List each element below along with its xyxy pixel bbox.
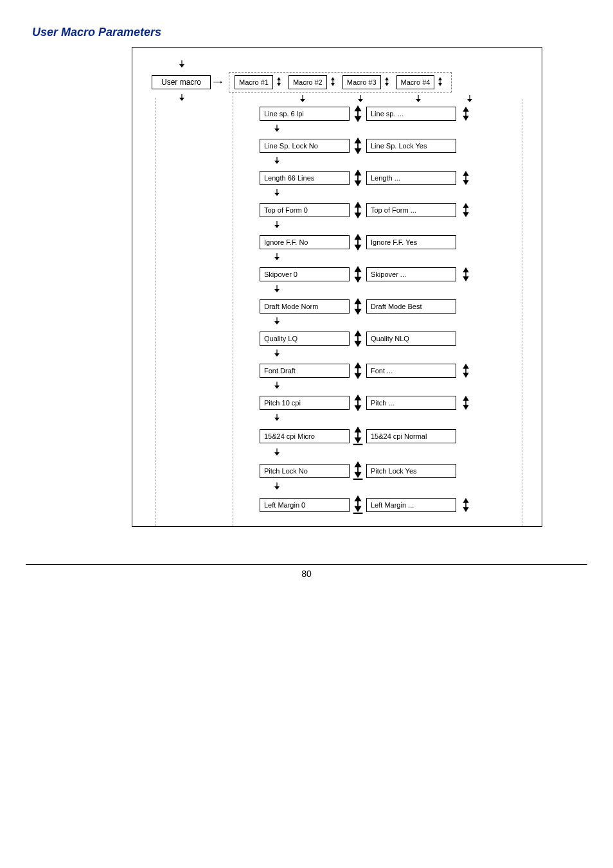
param-left: Font Draft bbox=[260, 364, 350, 378]
param-left: Top of Form 0 bbox=[260, 203, 350, 217]
updown-icon bbox=[350, 105, 366, 122]
down-arrow-icon bbox=[272, 348, 522, 360]
svg-marker-46 bbox=[274, 193, 280, 196]
updown-icon bbox=[382, 77, 393, 87]
updown-icon bbox=[350, 461, 366, 481]
param-row: Skipover 0Skipover ... bbox=[260, 266, 522, 283]
down-arrow-icon bbox=[356, 95, 365, 103]
right-arrow-icon bbox=[213, 78, 222, 86]
param-right: Draft Mode Best bbox=[366, 299, 456, 314]
svg-marker-23 bbox=[416, 99, 421, 102]
param-row: Length 66 LinesLength ... bbox=[260, 170, 522, 186]
vertical-dashed-guide-user bbox=[155, 98, 156, 526]
macro-tab-2: Macro #2 bbox=[289, 75, 327, 89]
macro-tab-3: Macro #3 bbox=[342, 75, 381, 89]
updown-icon bbox=[459, 396, 473, 410]
down-arrow-icon bbox=[272, 412, 522, 424]
down-arrow-icon bbox=[272, 252, 522, 263]
down-arrow-icon bbox=[272, 123, 522, 135]
svg-marker-54 bbox=[274, 225, 280, 228]
updown-icon bbox=[459, 203, 473, 217]
param-row: Font DraftFont ... bbox=[260, 362, 522, 379]
updown-icon bbox=[459, 364, 473, 378]
param-right: Length ... bbox=[366, 171, 456, 185]
svg-marker-21 bbox=[358, 99, 363, 102]
param-left: Line Sp. Lock No bbox=[260, 139, 350, 153]
svg-marker-33 bbox=[274, 128, 280, 132]
param-right: Top of Form ... bbox=[366, 203, 456, 217]
param-right: Line sp. ... bbox=[366, 107, 456, 121]
param-left: Draft Mode Norm bbox=[260, 299, 350, 314]
param-row: Ignore F.F. NoIgnore F.F. Yes bbox=[260, 234, 522, 251]
down-arrow-icon bbox=[272, 155, 522, 167]
down-arrow-icon bbox=[272, 284, 522, 296]
param-row: Draft Mode NormDraft Mode Best bbox=[260, 298, 522, 315]
section-title: User Macro Parameters bbox=[32, 26, 581, 39]
param-row: Top of Form 0Top of Form ... bbox=[260, 202, 522, 218]
svg-marker-17 bbox=[179, 98, 184, 101]
param-right: Pitch Lock Yes bbox=[366, 464, 456, 478]
svg-marker-67 bbox=[274, 289, 280, 292]
param-row: Line Sp. Lock NoLine Sp. Lock Yes bbox=[260, 137, 522, 154]
down-arrow-icon bbox=[272, 188, 522, 199]
updown-icon bbox=[459, 107, 473, 121]
param-row: Pitch Lock NoPitch Lock Yes bbox=[260, 461, 522, 481]
svg-marker-3 bbox=[220, 81, 222, 84]
updown-icon bbox=[350, 298, 366, 315]
macro-tab-4: Macro #4 bbox=[396, 75, 435, 89]
updown-icon bbox=[350, 170, 366, 186]
svg-marker-108 bbox=[354, 506, 361, 512]
param-right: Skipover ... bbox=[366, 267, 456, 281]
updown-icon bbox=[459, 171, 473, 185]
vertical-dashed-guide-left bbox=[233, 93, 233, 526]
param-left: Skipover 0 bbox=[260, 267, 350, 281]
updown-icon bbox=[350, 137, 366, 154]
svg-marker-25 bbox=[467, 99, 472, 102]
macro-tab-1: Macro #1 bbox=[235, 75, 273, 89]
updown-icon bbox=[350, 330, 366, 347]
svg-marker-93 bbox=[274, 418, 280, 421]
macro-tabs-group: Macro #1 Macro #2 Macro #3 bbox=[229, 72, 452, 93]
updown-icon bbox=[459, 267, 473, 281]
down-arrow-icon bbox=[414, 95, 423, 103]
param-right: Left Margin ... bbox=[366, 498, 456, 512]
down-arrow-icon bbox=[272, 447, 522, 459]
param-row: Quality LQQuality NLQ bbox=[260, 330, 522, 347]
down-arrow-icon bbox=[177, 94, 186, 102]
param-right: 15&24 cpi Normal bbox=[366, 429, 456, 443]
down-arrow-icon bbox=[177, 60, 186, 68]
updown-icon bbox=[274, 77, 285, 87]
param-left: Left Margin 0 bbox=[260, 498, 350, 512]
svg-marker-99 bbox=[274, 452, 280, 456]
updown-icon bbox=[350, 495, 366, 515]
down-arrow-icon bbox=[272, 220, 522, 231]
param-left: Ignore F.F. No bbox=[260, 235, 350, 249]
user-macro-row: User macro Macro #1 Macro #2 bbox=[152, 72, 522, 93]
down-arrow-icon bbox=[272, 481, 522, 493]
param-right: Line Sp. Lock Yes bbox=[366, 139, 456, 153]
param-right: Pitch ... bbox=[366, 396, 456, 410]
param-right: Font ... bbox=[366, 364, 456, 378]
down-arrow-icon bbox=[465, 95, 474, 103]
updown-icon bbox=[328, 77, 339, 87]
param-row: 15&24 cpi Micro15&24 cpi Normal bbox=[260, 427, 522, 446]
svg-marker-96 bbox=[354, 438, 361, 443]
param-left: Line sp. 6 lpi bbox=[260, 107, 350, 121]
param-left: Pitch Lock No bbox=[260, 464, 350, 478]
svg-marker-19 bbox=[300, 99, 305, 102]
updown-icon bbox=[350, 362, 366, 379]
svg-marker-72 bbox=[274, 321, 280, 324]
svg-marker-77 bbox=[274, 353, 280, 357]
svg-marker-1 bbox=[179, 64, 184, 67]
updown-icon bbox=[350, 266, 366, 283]
updown-icon bbox=[436, 77, 446, 87]
user-macro-cell: User macro bbox=[152, 75, 211, 89]
updown-icon bbox=[350, 394, 366, 411]
updown-icon bbox=[350, 234, 366, 251]
param-row: Pitch 10 cpiPitch ... bbox=[260, 394, 522, 411]
updown-icon bbox=[350, 202, 366, 218]
updown-icon bbox=[459, 498, 473, 512]
down-arrow-icon bbox=[272, 316, 522, 328]
svg-marker-85 bbox=[274, 385, 280, 389]
down-arrow-icon bbox=[272, 380, 522, 392]
